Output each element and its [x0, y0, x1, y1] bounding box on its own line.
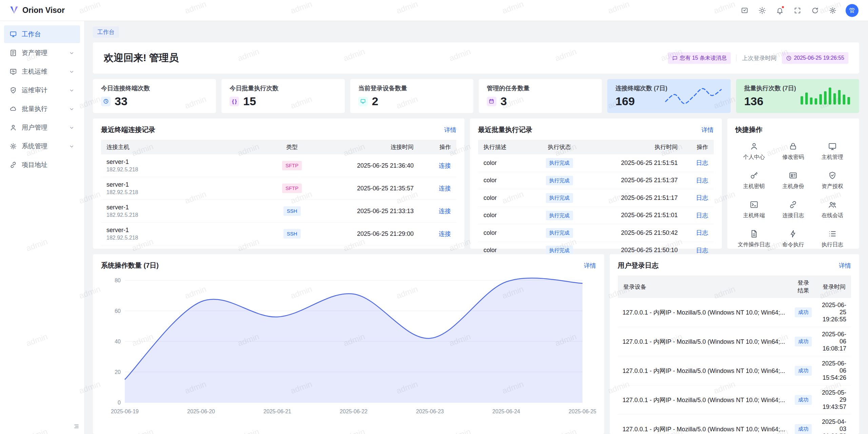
connection-type-tag: SFTP — [282, 184, 302, 193]
quick-action-host-identity[interactable]: 主机身份 — [775, 171, 812, 190]
connection-time: 2025-06-25 21:35:57 — [317, 177, 419, 200]
terminal-connections-table: 连接主机 类型 连接时间 操作 server-1 182.92 — [101, 140, 456, 245]
column-header: 连接时间 — [317, 140, 419, 154]
unread-messages-badge[interactable]: 您有 15 条未读消息 — [668, 52, 731, 64]
workbench-icon — [9, 31, 17, 38]
quick-action-command-exec[interactable]: 命令执行 — [775, 229, 812, 248]
theme-toggle-button[interactable] — [755, 4, 769, 17]
login-detail-link[interactable]: 详情 — [839, 262, 851, 270]
sidebar-item-system[interactable]: 系统管理 — [4, 137, 80, 155]
breadcrumb: 工作台 — [93, 26, 859, 38]
sidebar-item-workbench[interactable]: 工作台 — [4, 25, 80, 43]
sidebar-item-project-link[interactable]: 项目地址 — [4, 156, 80, 174]
svg-text:2025-06-19: 2025-06-19 — [111, 409, 139, 414]
svg-text:80: 80 — [115, 278, 121, 283]
table-row: color 执行完成 2025-06-25 21:50:42 日志 — [478, 224, 714, 242]
login-time: 2025-06-25 19:26:55 — [817, 298, 851, 327]
table-row: server-1 182.92.5.218 SFTP 2025-06-25 21… — [101, 154, 456, 177]
sidebar-item-label: 主机运维 — [22, 67, 47, 76]
connect-link[interactable]: 连接 — [439, 162, 451, 169]
quick-action-connect-log[interactable]: 连接日志 — [775, 200, 812, 219]
main-content: 工作台 欢迎回来! 管理员 您有 15 条未读消息 上次登录时间 2025 — [84, 21, 868, 434]
batch-exec-bars-chart — [798, 86, 852, 106]
quick-action-host-key[interactable]: 主机密钥 — [735, 171, 773, 190]
stat-value: 136 — [744, 95, 764, 108]
log-link[interactable]: 日志 — [696, 247, 708, 254]
stat-value: 15 — [243, 95, 256, 108]
exec-time: 2025-06-25 21:51:17 — [588, 189, 683, 207]
log-link[interactable]: 日志 — [696, 212, 708, 219]
host-ip: 182.92.5.218 — [106, 167, 261, 173]
sidebar-item-label: 资产管理 — [22, 49, 47, 57]
table-row: server-1 182.92.5.218 SFTP 2025-06-25 21… — [101, 177, 456, 200]
sidebar-collapse-button[interactable] — [74, 423, 79, 429]
task-board-button[interactable] — [738, 4, 751, 17]
quick-action-online-session[interactable]: 在线会话 — [814, 200, 851, 219]
wrench-icon — [9, 143, 17, 150]
svg-text:2025-06-22: 2025-06-22 — [340, 409, 368, 414]
logo-icon — [9, 6, 19, 15]
shield-check-icon — [828, 171, 837, 180]
quick-action-asset-grant[interactable]: 资产授权 — [814, 171, 851, 190]
log-link[interactable]: 日志 — [696, 177, 708, 184]
host-name: server-1 — [106, 227, 261, 234]
sidebar-item-host-ops[interactable]: 主机运维 — [4, 63, 80, 80]
app-logo: Orion Visor — [9, 6, 65, 15]
column-header: 执行时间 — [588, 140, 683, 154]
connect-link[interactable]: 连接 — [439, 230, 451, 237]
column-header: 操作 — [683, 140, 714, 154]
svg-text:20: 20 — [115, 369, 121, 375]
quick-action-host-manage[interactable]: 主机管理 — [814, 142, 851, 161]
refresh-button[interactable] — [808, 4, 822, 17]
notifications-button[interactable] — [773, 4, 787, 17]
connect-link[interactable]: 连接 — [439, 185, 451, 192]
sidebar-item-label: 工作台 — [22, 30, 41, 39]
stat-value: 3 — [500, 95, 507, 108]
batch-detail-link[interactable]: 详情 — [702, 126, 714, 134]
log-link[interactable]: 日志 — [696, 194, 708, 201]
log-link[interactable]: 日志 — [696, 159, 708, 166]
table-row: 127.0.0.1 - 内网IP - Mozilla/5.0 (Windows … — [618, 415, 851, 434]
panel-title: 快捷操作 — [735, 125, 763, 134]
panel-title: 最近终端连接记录 — [101, 125, 155, 134]
svg-text:0: 0 — [118, 400, 121, 405]
column-header: 执行状态 — [531, 140, 588, 154]
stat-cards-row: 今日连接终端次数 33 今日批量执行次数 { } 15 当前登录设备数量 — [93, 79, 859, 113]
exec-time: 2025-06-25 21:50:42 — [588, 224, 683, 242]
host-name: server-1 — [106, 204, 261, 211]
collapse-menu-icon — [74, 423, 79, 429]
table-row: color 执行完成 2025-06-25 21:51:01 日志 — [478, 207, 714, 224]
user-icon — [750, 142, 758, 151]
quick-action-change-password[interactable]: 修改密码 — [775, 142, 812, 161]
quick-action-host-terminal[interactable]: 主机终端 — [735, 200, 773, 219]
login-log-table: 登录设备 登录结果 登录时间 127.0.0.1 - 内网IP - Mozill… — [618, 276, 851, 434]
sidebar-item-batch-exec[interactable]: 批量执行 — [4, 100, 80, 118]
terminal-connections-panel: 最近终端连接记录 详情 连接主机 类型 连接时间 操作 — [93, 118, 465, 249]
panel-title: 系统操作数量 (7日) — [101, 261, 159, 270]
quick-action-personal-center[interactable]: 个人中心 — [735, 142, 773, 161]
sidebar-item-users[interactable]: 用户管理 — [4, 119, 80, 136]
fullscreen-button[interactable] — [791, 4, 804, 17]
quick-action-file-log[interactable]: 文件操作日志 — [735, 229, 773, 248]
settings-button[interactable] — [826, 4, 840, 17]
last-login-label: 上次登录时间 — [742, 54, 776, 62]
sidebar-item-assets[interactable]: 资产管理 — [4, 44, 80, 62]
breadcrumb-item-workbench[interactable]: 工作台 — [93, 26, 119, 38]
quick-action-exec-log[interactable]: 执行日志 — [814, 229, 851, 248]
chart-detail-link[interactable]: 详情 — [584, 262, 596, 270]
user-avatar[interactable]: 管 — [846, 4, 859, 17]
connection-type-tag: SFTP — [282, 161, 302, 171]
exec-status-tag: 执行完成 — [546, 193, 573, 203]
svg-text:2025-06-25: 2025-06-25 — [569, 409, 596, 414]
login-result-tag: 成功 — [795, 337, 812, 346]
terminal-detail-link[interactable]: 详情 — [444, 126, 456, 134]
column-header: 连接主机 — [101, 140, 267, 154]
log-link[interactable]: 日志 — [696, 229, 708, 236]
connect-link[interactable]: 连接 — [439, 208, 451, 214]
login-result-tag: 成功 — [795, 366, 812, 376]
exec-status-tag: 执行完成 — [546, 228, 573, 238]
sidebar-item-audit[interactable]: 运维审计 — [4, 81, 80, 99]
table-row: 127.0.0.1 - 内网IP - Mozilla/5.0 (Windows … — [618, 327, 851, 356]
message-icon — [672, 55, 678, 61]
gear-icon — [829, 7, 836, 14]
